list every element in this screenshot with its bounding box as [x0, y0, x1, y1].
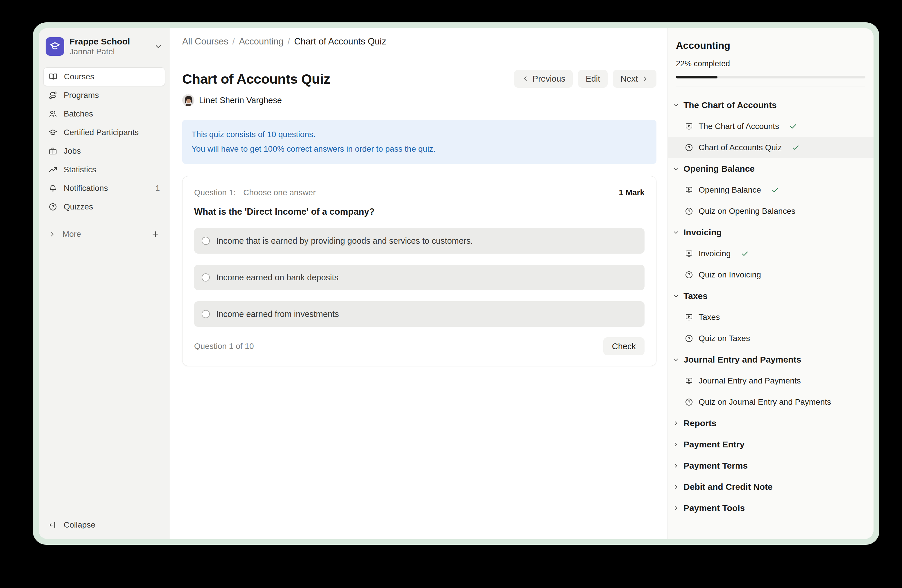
video-lesson-icon — [684, 186, 693, 194]
question-card: Question 1: Choose one answer 1 Mark Wha… — [182, 176, 656, 366]
sidebar-item-label: Certified Participants — [64, 128, 160, 137]
quiz-icon — [684, 271, 693, 279]
question-text: What is the 'Direct Income' of a company… — [194, 206, 645, 217]
chapter-the-chart-of-accounts[interactable]: The Chart of Accounts — [668, 94, 874, 116]
lesson-title: Journal Entry and Payments — [698, 376, 801, 386]
lesson-journal-entry-and-payments[interactable]: Journal Entry and Payments — [668, 370, 874, 391]
video-lesson-icon — [684, 249, 693, 258]
plus-icon[interactable] — [151, 230, 160, 239]
lesson-title: Invoicing — [698, 249, 731, 258]
chevron-right-icon — [672, 420, 680, 427]
breadcrumb-link[interactable]: All Courses — [182, 36, 229, 47]
video-lesson-icon — [684, 313, 693, 322]
previous-button[interactable]: Previous — [514, 70, 573, 88]
graduation-cap-icon — [49, 128, 57, 137]
school-name: Frappe School — [69, 36, 149, 47]
sidebar-item-more[interactable]: More — [43, 225, 165, 244]
answer-option[interactable]: Income earned from investments — [194, 301, 645, 327]
chapter-title: Taxes — [683, 291, 708, 301]
chevron-down-icon — [672, 356, 680, 363]
lesson-the-chart-of-accounts[interactable]: The Chart of Accounts — [668, 116, 874, 137]
chevron-right-icon — [672, 505, 680, 511]
radio-button-icon[interactable] — [202, 237, 210, 245]
lesson-content: Chart of Accounts Quiz Previous Edit — [170, 55, 667, 378]
chapter-payment-terms[interactable]: Payment Terms — [668, 455, 874, 476]
course-outline-list: The Chart of AccountsThe Chart of Accoun… — [668, 87, 874, 539]
chapter-payment-entry[interactable]: Payment Entry — [668, 434, 874, 455]
course-panel-header: Accounting 22% completed — [668, 28, 874, 87]
chapter-reports[interactable]: Reports — [668, 413, 874, 434]
book-open-icon — [49, 72, 58, 81]
user-name: Jannat Patel — [69, 47, 149, 57]
chapter-title: Opening Balance — [683, 164, 755, 174]
answer-options: Income that is earned by providing goods… — [194, 228, 645, 327]
lesson-quiz-on-journal-entry-and-payments[interactable]: Quiz on Journal Entry and Payments — [668, 391, 874, 413]
quiz-icon — [684, 207, 693, 216]
users-icon — [49, 109, 57, 118]
lesson-opening-balance[interactable]: Opening Balance — [668, 179, 874, 200]
sidebar-item-quizzes[interactable]: Quizzes — [43, 197, 165, 216]
answer-option-label: Income earned on bank deposits — [216, 273, 338, 282]
breadcrumb-current: Chart of Accounts Quiz — [294, 36, 386, 47]
lesson-quiz-on-taxes[interactable]: Quiz on Taxes — [668, 328, 874, 349]
trending-up-icon — [49, 165, 57, 174]
radio-button-icon[interactable] — [202, 310, 210, 318]
lesson-chart-of-accounts-quiz[interactable]: Chart of Accounts Quiz — [668, 137, 874, 158]
collapse-sidebar-button[interactable]: Collapse — [43, 516, 165, 534]
chapter-journal-entry-and-payments[interactable]: Journal Entry and Payments — [668, 349, 874, 370]
chapter-opening-balance[interactable]: Opening Balance — [668, 158, 874, 179]
answer-option[interactable]: Income that is earned by providing goods… — [194, 228, 645, 253]
sidebar-item-notifications[interactable]: Notifications1 — [43, 179, 165, 197]
chapter-title: Invoicing — [683, 227, 722, 237]
quiz-instructions-banner: This quiz consists of 10 questions. You … — [182, 120, 656, 164]
chapter-invoicing[interactable]: Invoicing — [668, 222, 874, 243]
lesson-taxes[interactable]: Taxes — [668, 307, 874, 328]
chevron-down-icon — [672, 229, 680, 236]
topbar: All Courses/Accounting/Chart of Accounts… — [170, 28, 667, 55]
more-label: More — [63, 230, 145, 239]
edit-button[interactable]: Edit — [578, 70, 608, 88]
question-progress: Question 1 of 10 — [194, 342, 603, 351]
chapter-debit-and-credit-note[interactable]: Debit and Credit Note — [668, 476, 874, 497]
chapter-title: Journal Entry and Payments — [683, 355, 801, 364]
sidebar-item-batches[interactable]: Batches — [43, 105, 165, 123]
left-sidebar: Frappe School Jannat Patel CoursesProgra… — [39, 28, 170, 539]
bell-icon — [49, 184, 57, 192]
sidebar-item-label: Statistics — [64, 165, 160, 174]
next-button[interactable]: Next — [613, 70, 656, 88]
completed-check-icon — [792, 144, 800, 152]
check-button[interactable]: Check — [603, 337, 645, 355]
sidebar-item-label: Programs — [64, 91, 160, 100]
lesson-title: The Chart of Accounts — [698, 122, 779, 131]
lesson-quiz-on-invoicing[interactable]: Quiz on Invoicing — [668, 264, 874, 285]
lesson-invoicing[interactable]: Invoicing — [668, 243, 874, 264]
chapter-title: The Chart of Accounts — [683, 100, 777, 110]
sidebar-item-statistics[interactable]: Statistics — [43, 160, 165, 179]
collapse-label: Collapse — [64, 520, 95, 530]
chevron-down-icon — [672, 102, 680, 109]
chapter-title: Reports — [683, 418, 716, 428]
chevron-down-icon — [672, 292, 680, 300]
lesson-title: Quiz on Journal Entry and Payments — [698, 397, 831, 407]
lesson-title: Taxes — [698, 313, 720, 322]
chapter-title: Payment Tools — [683, 503, 745, 513]
briefcase-icon — [49, 147, 57, 155]
lesson-quiz-on-opening-balances[interactable]: Quiz on Opening Balances — [668, 200, 874, 222]
page-title: Chart of Accounts Quiz — [182, 71, 514, 87]
answer-option[interactable]: Income earned on bank deposits — [194, 265, 645, 290]
chapter-title: Payment Terms — [683, 461, 748, 471]
lesson-title: Opening Balance — [698, 185, 761, 195]
chapter-taxes[interactable]: Taxes — [668, 285, 874, 307]
chapter-title: Payment Entry — [683, 439, 744, 449]
sidebar-item-programs[interactable]: Programs — [43, 86, 165, 105]
question-instruction: Choose one answer — [243, 188, 619, 197]
breadcrumb-link[interactable]: Accounting — [239, 36, 283, 47]
chevron-left-icon — [521, 75, 529, 83]
radio-button-icon[interactable] — [202, 274, 210, 281]
school-switcher[interactable]: Frappe School Jannat Patel — [43, 36, 165, 57]
sidebar-item-courses[interactable]: Courses — [43, 67, 165, 86]
sidebar-item-jobs[interactable]: Jobs — [43, 142, 165, 160]
sidebar-item-certified-participants[interactable]: Certified Participants — [43, 123, 165, 142]
question-marks: 1 Mark — [619, 188, 645, 197]
chapter-payment-tools[interactable]: Payment Tools — [668, 497, 874, 519]
